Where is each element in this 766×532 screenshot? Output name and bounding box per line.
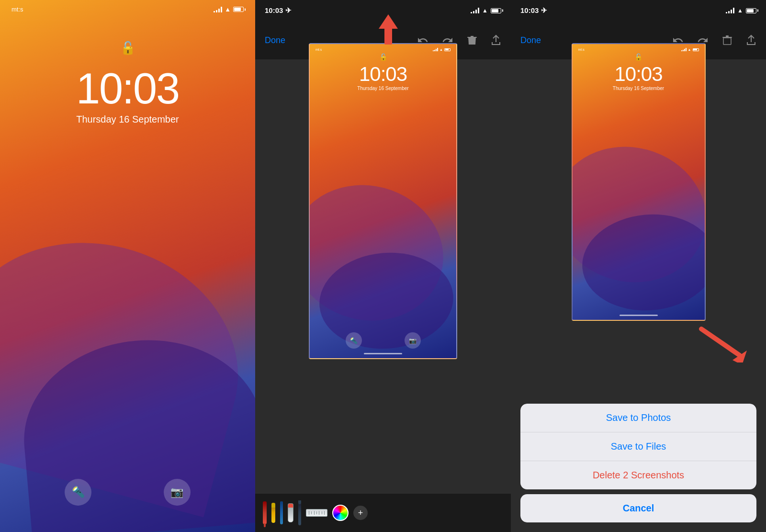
cancel-button[interactable]: Cancel bbox=[520, 494, 756, 522]
battery-fill-p2 bbox=[492, 9, 498, 12]
delete-screenshots-item[interactable]: Delete 2 Screenshots bbox=[520, 461, 756, 489]
signal-icon bbox=[214, 7, 222, 12]
mini-time-p3: 10:03 bbox=[573, 63, 705, 86]
mini-home-bar bbox=[364, 353, 402, 354]
mini-battery-icon bbox=[444, 48, 451, 51]
red-arrow-indicator-p3 bbox=[697, 324, 754, 364]
mini-batt-fill-p3 bbox=[693, 49, 697, 50]
lock-date: Thursday 16 September bbox=[0, 114, 255, 125]
status-bar-panel3: 10:03 ✈ ▲ bbox=[511, 0, 766, 21]
red-pen-tool[interactable] bbox=[263, 501, 267, 524]
sp2 bbox=[728, 11, 730, 13]
dark-pen-tool[interactable] bbox=[298, 500, 301, 525]
status-bar-panel1: mt:s ▲ bbox=[0, 6, 255, 13]
mini-signal-p3 bbox=[681, 48, 687, 51]
battery-icon-p3 bbox=[746, 8, 756, 13]
signal-bar-4 bbox=[221, 7, 222, 12]
drawing-tools-bar: + bbox=[255, 494, 511, 532]
signal-bar-2 bbox=[216, 10, 217, 12]
mini-home-bar-p3 bbox=[620, 315, 658, 316]
sig-bar-3 bbox=[475, 10, 477, 13]
battery-fill bbox=[234, 8, 241, 11]
flashlight-button[interactable]: 🔦 bbox=[65, 479, 91, 506]
arrow-head-up bbox=[379, 14, 398, 29]
lock-time: 10:03 bbox=[0, 67, 255, 110]
action-sheet-main: Save to Photos Save to Files Delete 2 Sc… bbox=[520, 404, 756, 489]
mini-signal-icon bbox=[433, 48, 438, 51]
arrow-shaft bbox=[384, 28, 392, 45]
mini-wifi-p3: ▲ bbox=[688, 48, 691, 51]
mini-carrier: mt:s bbox=[315, 48, 322, 51]
color-wheel-icon bbox=[332, 505, 349, 521]
color-picker-tool[interactable] bbox=[332, 505, 349, 521]
trash-icon-p3[interactable] bbox=[722, 34, 732, 46]
mb2 bbox=[434, 50, 435, 51]
mini-date: Thursday 16 September bbox=[310, 86, 456, 91]
save-to-files-item[interactable]: Save to Files bbox=[520, 432, 756, 461]
mini-status-right: ▲ bbox=[433, 48, 451, 51]
mini-battery-fill bbox=[445, 49, 449, 50]
flashlight-icon: 🔦 bbox=[72, 486, 85, 498]
sp3 bbox=[731, 10, 732, 13]
save-to-photos-item[interactable]: Save to Photos bbox=[520, 404, 756, 432]
signal-icon-p2 bbox=[471, 8, 479, 13]
eraser-tool[interactable] bbox=[288, 503, 293, 522]
mini-camera-btn: 📷 bbox=[405, 332, 421, 349]
trash-icon-p2[interactable] bbox=[467, 34, 477, 46]
mb1 bbox=[433, 50, 434, 51]
mini-status-right-p3: ▲ bbox=[681, 48, 699, 51]
signal-bar-1 bbox=[214, 11, 215, 12]
battery-icon bbox=[233, 7, 244, 12]
lock-clock: 10:03 Thursday 16 September bbox=[0, 67, 255, 125]
lock-bottom-icons: 🔦 📷 bbox=[0, 479, 255, 506]
share-icon-p2[interactable] bbox=[491, 34, 501, 46]
done-button-p2[interactable]: Done bbox=[265, 35, 285, 45]
panel-lockscreen: mt:s ▲ 🔓 10:03 Thursday 16 September 🔦 📷 bbox=[0, 0, 255, 532]
screenshot-preview-p3: mt:s ▲ 🔓 10:03 Thursday 16 September bbox=[572, 43, 706, 321]
mini-status-p3: mt:s ▲ bbox=[573, 44, 705, 51]
mini-wifi-icon: ▲ bbox=[439, 48, 443, 51]
camera-icon: 📷 bbox=[170, 486, 183, 498]
sig-bar-2 bbox=[473, 11, 474, 13]
sig-bar-4 bbox=[478, 8, 479, 13]
yellow-pen-tool[interactable] bbox=[271, 503, 275, 523]
status-time-p3: 10:03 ✈ bbox=[520, 6, 547, 15]
ruler-tool[interactable] bbox=[306, 509, 327, 517]
mini-time: 10:03 bbox=[310, 63, 456, 86]
panel-screenshot-editor: 10:03 ✈ ▲ Done bbox=[255, 0, 511, 532]
svg-rect-0 bbox=[467, 37, 477, 38]
carrier-label: mt:s bbox=[11, 6, 23, 13]
mini-status-bar: mt:s ▲ bbox=[310, 44, 456, 51]
sig-bar-1 bbox=[471, 12, 472, 13]
mini-bottom-icons: 🔦 📷 bbox=[310, 332, 456, 349]
status-icons-p2: ▲ bbox=[471, 7, 501, 14]
sp1 bbox=[726, 12, 727, 13]
status-icons-p3: ▲ bbox=[726, 7, 756, 14]
share-icon-p3[interactable] bbox=[746, 34, 756, 46]
screenshot-preview: mt:s ▲ 🔓 10:03 Thursday 16 September 🔦 bbox=[309, 43, 457, 359]
red-arrow-svg bbox=[697, 324, 754, 362]
panel-share-sheet: 10:03 ✈ ▲ Done bbox=[511, 0, 766, 532]
wifi-icon: ▲ bbox=[225, 6, 231, 13]
add-tool-button[interactable]: + bbox=[353, 506, 368, 520]
plus-icon: + bbox=[353, 506, 368, 520]
svg-rect-2 bbox=[726, 35, 729, 37]
signal-bar-3 bbox=[218, 9, 220, 12]
blue-pen-tool[interactable] bbox=[280, 501, 283, 524]
svg-rect-3 bbox=[723, 38, 731, 45]
mini-flashlight-btn: 🔦 bbox=[346, 332, 362, 349]
wifi-icon-p2: ▲ bbox=[482, 7, 488, 14]
mb4 bbox=[437, 48, 438, 51]
wifi-icon-p3: ▲ bbox=[737, 7, 743, 14]
status-icons: ▲ bbox=[214, 6, 244, 13]
status-time-p2: 10:03 ✈ bbox=[265, 6, 292, 15]
battery-icon-p2 bbox=[491, 8, 501, 13]
done-button-p3[interactable]: Done bbox=[520, 35, 541, 45]
mini-lock-icon: 🔓 bbox=[310, 53, 456, 61]
action-sheet: Save to Photos Save to Files Delete 2 Sc… bbox=[520, 404, 756, 522]
camera-button[interactable]: 📷 bbox=[164, 479, 191, 506]
lock-icon: 🔓 bbox=[120, 41, 135, 56]
battery-fill-p3 bbox=[747, 9, 754, 12]
mini-battery-p3 bbox=[693, 48, 699, 51]
sp4 bbox=[733, 8, 734, 13]
